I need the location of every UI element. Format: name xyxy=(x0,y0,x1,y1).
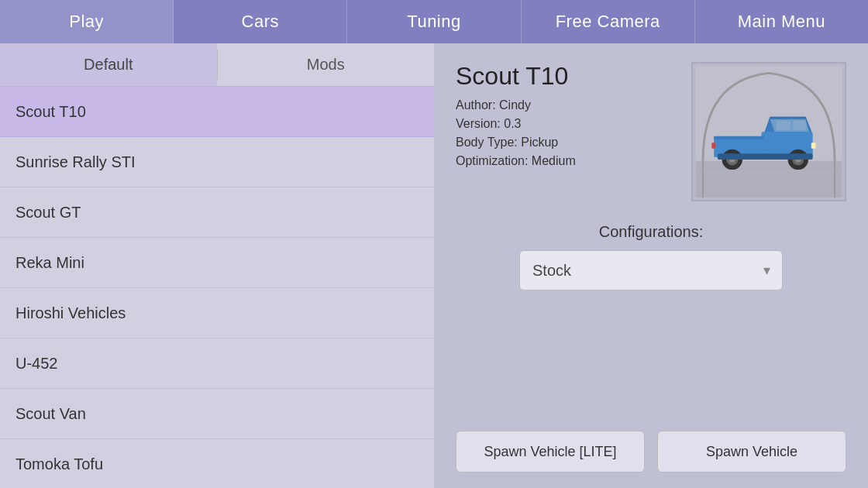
tab-default[interactable]: Default xyxy=(0,43,217,86)
vehicle-item-reka-mini[interactable]: Reka Mini xyxy=(0,238,434,288)
nav-item-main-menu[interactable]: Main Menu xyxy=(695,0,868,43)
nav-item-free-camera[interactable]: Free Camera xyxy=(522,0,695,43)
config-select[interactable]: Stock xyxy=(519,250,783,290)
right-panel: Scout T10 Author: Cindy Version: 0.3 Bod… xyxy=(434,43,868,488)
spawn-buttons: Spawn Vehicle [LITE] Spawn Vehicle xyxy=(456,415,846,473)
vehicle-item-u-452[interactable]: U-452 xyxy=(0,339,434,389)
svg-rect-16 xyxy=(811,143,816,149)
top-navigation: PlayCarsTuningFree CameraMain Menu xyxy=(0,0,868,43)
config-label: Configurations: xyxy=(599,223,704,241)
svg-rect-8 xyxy=(776,121,790,130)
config-section: Configurations: Stock xyxy=(456,223,846,415)
svg-rect-18 xyxy=(718,153,813,160)
nav-item-tuning[interactable]: Tuning xyxy=(347,0,521,43)
vehicle-item-hiroshi-vehicles[interactable]: Hiroshi Vehicles xyxy=(0,288,434,339)
vehicle-item-scout-t10[interactable]: Scout T10 xyxy=(0,87,434,137)
body-type-line: Body Type: Pickup xyxy=(456,136,676,149)
config-select-wrapper[interactable]: Stock xyxy=(519,250,783,290)
version-line: Version: 0.3 xyxy=(456,117,676,131)
nav-item-play[interactable]: Play xyxy=(0,0,174,43)
vehicle-info: Scout T10 Author: Cindy Version: 0.3 Bod… xyxy=(456,62,846,201)
main-content: Default Mods Scout T10Sunrise Rally STIS… xyxy=(0,43,868,488)
svg-rect-7 xyxy=(714,136,763,139)
vehicle-item-scout-gt[interactable]: Scout GT xyxy=(0,187,434,238)
author-line: Author: Cindy xyxy=(456,98,676,112)
vehicle-item-tomoka-tofu[interactable]: Tomoka Tofu xyxy=(0,439,434,488)
vehicle-image xyxy=(695,66,842,198)
vehicle-thumbnail xyxy=(691,62,846,201)
vehicle-details: Scout T10 Author: Cindy Version: 0.3 Bod… xyxy=(456,62,676,201)
vehicle-item-sunrise-rally-sti[interactable]: Sunrise Rally STI xyxy=(0,137,434,187)
spawn-button[interactable]: Spawn Vehicle xyxy=(657,431,846,473)
svg-rect-1 xyxy=(696,161,842,198)
nav-item-cars[interactable]: Cars xyxy=(174,0,347,43)
optimization-line: Optimization: Medium xyxy=(456,154,676,168)
vehicle-list[interactable]: Scout T10Sunrise Rally STIScout GTReka M… xyxy=(0,87,434,488)
svg-rect-17 xyxy=(711,143,715,149)
left-panel: Default Mods Scout T10Sunrise Rally STIS… xyxy=(0,43,434,488)
vehicle-item-scout-van[interactable]: Scout Van xyxy=(0,389,434,439)
svg-rect-9 xyxy=(793,121,806,130)
spawn-lite-button[interactable]: Spawn Vehicle [LITE] xyxy=(456,431,645,473)
vehicle-name: Scout T10 xyxy=(456,62,676,91)
tab-mods[interactable]: Mods xyxy=(218,43,435,86)
tab-bar: Default Mods xyxy=(0,43,434,87)
